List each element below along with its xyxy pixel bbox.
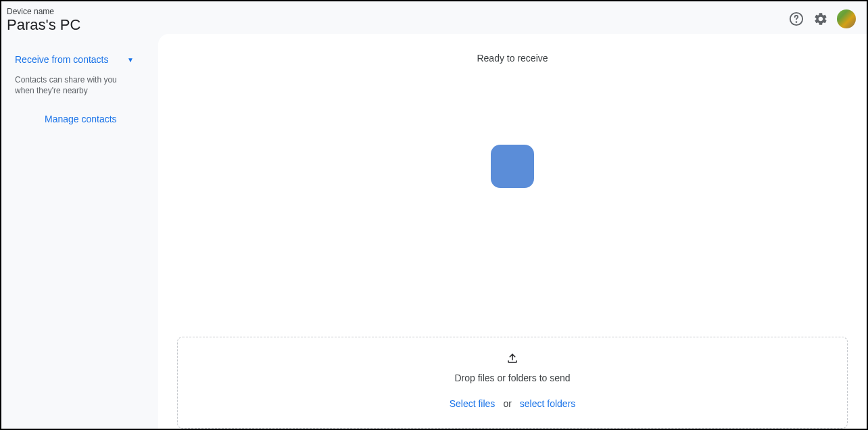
- select-files-link[interactable]: Select files: [450, 398, 496, 409]
- center-area: [174, 64, 850, 337]
- header-actions: [788, 7, 856, 28]
- content: Receive from contacts ▼ Contacts can sha…: [1, 34, 867, 429]
- drop-zone-text: Drop files or folders to send: [454, 373, 570, 383]
- select-folders-link[interactable]: select folders: [520, 398, 575, 409]
- gear-icon[interactable]: [813, 11, 829, 27]
- svg-point-1: [796, 22, 797, 22]
- receive-mode-label: Receive from contacts: [15, 54, 109, 65]
- action-row: Select files or select folders: [450, 398, 576, 409]
- receive-mode-dropdown[interactable]: Receive from contacts ▼: [15, 54, 147, 65]
- status-text: Ready to receive: [174, 53, 850, 64]
- main-panel: Ready to receive Drop files or folders t…: [158, 34, 867, 429]
- receive-mode-description: Contacts can share with you when they're…: [15, 74, 147, 96]
- avatar[interactable]: [837, 9, 856, 28]
- manage-contacts-link[interactable]: Manage contacts: [15, 114, 147, 124]
- or-text: or: [503, 398, 511, 409]
- upload-icon: [506, 352, 519, 367]
- drop-zone[interactable]: Drop files or folders to send Select fil…: [177, 337, 848, 429]
- chevron-down-icon: ▼: [127, 56, 134, 64]
- device-name: Paras's PC: [7, 16, 80, 34]
- help-icon[interactable]: [788, 11, 804, 27]
- header-title-block: Device name Paras's PC: [7, 7, 80, 34]
- header: Device name Paras's PC: [1, 1, 867, 34]
- device-indicator: [491, 145, 534, 188]
- sidebar: Receive from contacts ▼ Contacts can sha…: [1, 34, 158, 429]
- device-name-label: Device name: [7, 7, 80, 16]
